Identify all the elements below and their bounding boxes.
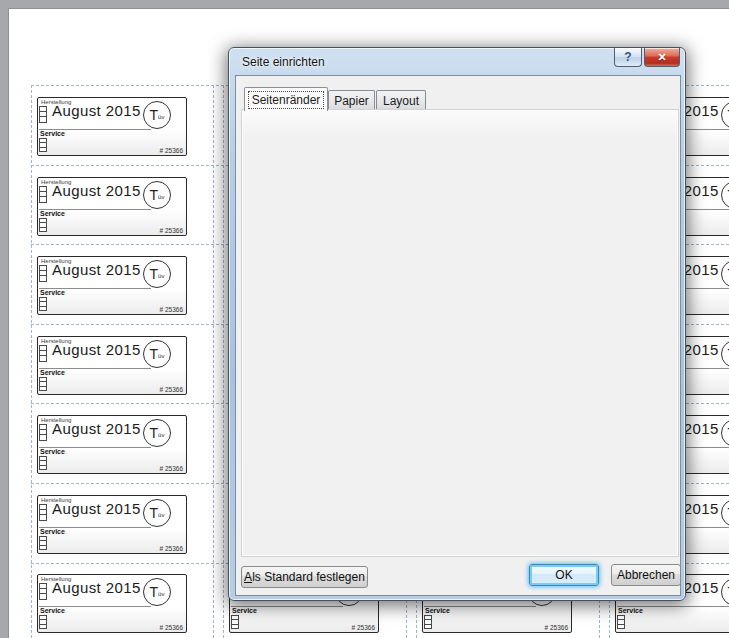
label-field-service: Service (425, 607, 450, 614)
label-tick-strip (39, 504, 47, 521)
close-icon[interactable]: ✕ (644, 48, 680, 67)
product-label: Herstellung August 2015 Tüv Service # 25… (37, 336, 187, 395)
table-gridline-vertical (223, 85, 224, 638)
product-label: Herstellung August 2015 Tüv Service # 25… (37, 574, 187, 633)
tuv-logo-icon: Tüv (721, 419, 729, 447)
label-number: # 25366 (160, 624, 184, 631)
label-number: # 25366 (160, 545, 184, 552)
label-tick-strip (231, 615, 239, 629)
label-tick-strip (39, 536, 47, 550)
label-number: # 25366 (352, 624, 376, 631)
label-tick-strip (39, 615, 47, 629)
tuv-logo-icon: Tüv (143, 260, 171, 288)
label-field-service: Service (40, 528, 65, 535)
tuv-logo-icon: Tüv (721, 340, 729, 368)
label-field-service: Service (40, 289, 65, 296)
label-date: August 2015 (52, 102, 141, 119)
product-label: Herstellung August 2015 Tüv Service # 25… (37, 256, 187, 315)
label-tick-strip (39, 377, 47, 391)
application-window: { "document": { "grid": { "cols": 4, "ro… (0, 0, 729, 638)
label-number: # 25366 (545, 624, 569, 631)
tab-page (241, 109, 679, 557)
tuv-logo-icon: Tüv (721, 101, 729, 129)
tuv-logo-icon: Tüv (721, 260, 729, 288)
label-field-service: Service (40, 130, 65, 137)
label-number: # 25366 (160, 386, 184, 393)
label-number: # 25366 (160, 306, 184, 313)
dialog-title: Seite einrichten (242, 55, 325, 69)
label-field-service: Service (40, 210, 65, 217)
label-tick-strip (39, 106, 47, 123)
label-field-service: Service (40, 607, 65, 614)
tab-seitenraender[interactable]: Seitenränder (244, 87, 328, 111)
ok-button[interactable]: OK (529, 564, 599, 586)
label-tick-strip (39, 297, 47, 311)
label-number: # 25366 (160, 147, 184, 154)
label-tick-strip (39, 186, 47, 203)
label-tick-strip (39, 138, 47, 152)
product-label: Herstellung August 2015 Tüv Service # 25… (37, 495, 187, 554)
label-tick-strip (39, 424, 47, 441)
label-tick-strip (617, 615, 625, 629)
label-date: August 2015 (52, 500, 141, 517)
label-date: August 2015 (52, 261, 141, 278)
tuv-logo-icon: Tüv (143, 578, 171, 606)
label-field-service: Service (618, 607, 643, 614)
cancel-button[interactable]: Abbrechen (611, 564, 681, 586)
label-tick-strip (424, 615, 432, 629)
product-label: Herstellung August 2015 Tüv Service # 25… (37, 177, 187, 236)
tab-layout[interactable]: Layout (376, 90, 426, 110)
tuv-logo-icon: Tüv (721, 181, 729, 209)
product-label: Herstellung August 2015 Tüv Service # 25… (37, 415, 187, 474)
tuv-logo-icon: Tüv (143, 101, 171, 129)
tuv-logo-icon: Tüv (721, 578, 729, 606)
label-field-service: Service (232, 607, 257, 614)
label-tick-strip (39, 218, 47, 232)
set-default-button[interactable]: Als Standard festlegen (241, 566, 368, 588)
tuv-logo-icon: Tüv (143, 499, 171, 527)
label-tick-strip (39, 265, 47, 282)
label-date: August 2015 (52, 579, 141, 596)
page-setup-dialog: Seite einrichten ? ✕ Seitenränder Papier… (228, 47, 686, 601)
table-gridline-vertical (213, 85, 214, 638)
product-label: Herstellung August 2015 Tüv Service # 25… (37, 97, 187, 156)
label-field-service: Service (40, 448, 65, 455)
label-date: August 2015 (52, 420, 141, 437)
tuv-logo-icon: Tüv (143, 340, 171, 368)
label-tick-strip (39, 456, 47, 470)
label-tick-strip (39, 583, 47, 600)
label-field-service: Service (40, 369, 65, 376)
tuv-logo-icon: Tüv (143, 181, 171, 209)
label-date: August 2015 (52, 182, 141, 199)
label-number: # 25366 (160, 227, 184, 234)
tuv-logo-icon: Tüv (143, 419, 171, 447)
help-icon[interactable]: ? (614, 48, 642, 67)
table-gridline-vertical (31, 85, 32, 638)
tab-papier[interactable]: Papier (328, 90, 375, 110)
label-number: # 25366 (160, 465, 184, 472)
label-tick-strip (39, 345, 47, 362)
label-date: August 2015 (52, 341, 141, 358)
tuv-logo-icon: Tüv (721, 499, 729, 527)
